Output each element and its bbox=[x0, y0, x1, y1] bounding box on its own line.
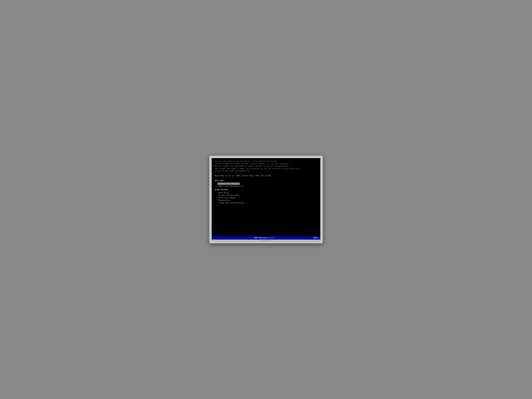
option-change-boot[interactable]: Change Boot Mode Settings bbox=[215, 202, 317, 204]
option-bios-flash[interactable]: BIOS Flash Update bbox=[215, 196, 317, 199]
bios-revision: BIOS Revision 1.4.2 bbox=[214, 237, 314, 239]
uefi-boot-items: Windows Boot Manager UEFI: aigo MiniKing… bbox=[215, 183, 317, 188]
laptop-bottom: OptiPlex 3060 bbox=[212, 240, 320, 242]
warning-line1: Use the arrow keys to move the pointer t… bbox=[215, 160, 317, 163]
warning-line3: Warning: Legacy boot mode does not suppo… bbox=[215, 165, 317, 168]
boot-item-aigo[interactable]: UEFI: aigo MiniKing 8.07 bbox=[215, 185, 317, 188]
brand-label: Dell bbox=[314, 237, 318, 239]
bottom-bar: BIOS Revision 1.4.2 Dell bbox=[212, 236, 320, 239]
other-options-header: OTHER OPTIONS: bbox=[215, 189, 317, 191]
other-options-list: BIOS Setup Device Configuration BIOS Fla… bbox=[215, 192, 317, 204]
option-diagnostics[interactable]: Diagnostics bbox=[215, 199, 317, 202]
model-label: OptiPlex 3060 bbox=[262, 240, 270, 242]
warning-line4: such as HDD, SSD, NVMe, or eMMC. It is i… bbox=[215, 168, 317, 170]
warning-block: Use the arrow keys to move the pointer t… bbox=[215, 160, 317, 172]
warning-line5: such as SD card, USB, and Network PXE. bbox=[215, 170, 317, 172]
screen: Use the arrow keys to move the pointer t… bbox=[212, 158, 320, 240]
bios-content: Use the arrow keys to move the pointer t… bbox=[212, 158, 320, 239]
boot-mode-line: Boot mode is set to: UEFI; Secure Boot: … bbox=[215, 175, 317, 177]
boot-item-windows[interactable]: Windows Boot Manager bbox=[217, 183, 240, 185]
uefi-boot-header: UEFI BOOT: bbox=[215, 180, 317, 182]
option-device-config[interactable]: Device Configuration bbox=[215, 194, 317, 196]
warning-line2: then press ENTER to attempt the boot or … bbox=[215, 163, 317, 165]
option-bios-setup[interactable]: BIOS Setup bbox=[215, 192, 317, 194]
laptop-frame: Use the arrow keys to move the pointer t… bbox=[209, 156, 323, 243]
